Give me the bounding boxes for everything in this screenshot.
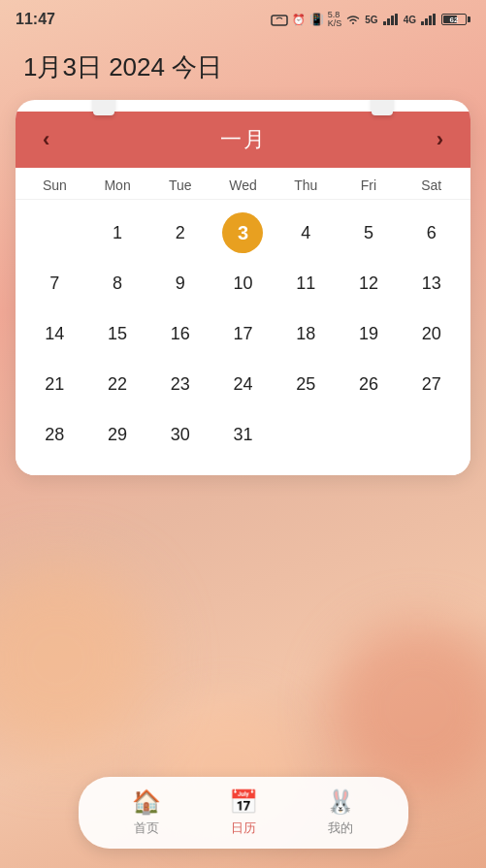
calendar-day-wrapper: 26 (338, 359, 401, 409)
svg-rect-4 (395, 14, 398, 25)
notebook-rings (16, 100, 470, 115)
nfc-icon (271, 13, 288, 26)
svg-rect-5 (421, 21, 424, 25)
month-title: 一月 (220, 125, 267, 154)
signal-4g2-icon (420, 14, 437, 25)
calendar-day[interactable]: 18 (296, 308, 315, 359)
calendar-day[interactable]: 8 (113, 258, 122, 308)
calendar-day[interactable]: 24 (233, 359, 252, 409)
nav-profile[interactable]: 🐰 我的 (307, 788, 374, 837)
signal-4g-icon (382, 14, 400, 25)
calendar-day-wrapper: 20 (400, 308, 463, 359)
calendar-day[interactable]: 11 (296, 258, 315, 308)
calendar-day[interactable]: 26 (359, 359, 378, 409)
calendar-day[interactable]: 9 (176, 258, 185, 308)
alarm-icon: ⏰ (292, 14, 306, 26)
svg-rect-2 (387, 18, 390, 25)
weekday-sat: Sat (400, 177, 463, 193)
ring-right (372, 100, 393, 115)
calendar-day[interactable]: 13 (422, 258, 441, 308)
calendar-day-wrapper: 10 (211, 258, 275, 308)
weekday-thu: Thu (275, 177, 338, 193)
calendar-day-wrapper: 16 (148, 308, 211, 359)
data-speed: 5.8K/S (328, 11, 342, 28)
nav-home[interactable]: 🏠 首页 (113, 788, 180, 837)
calendar-day[interactable]: 2 (176, 208, 185, 258)
calendar-day-wrapper: 21 (23, 359, 86, 409)
date-header: 1月3日 2024 今日 (0, 35, 486, 92)
calendar-day-wrapper: 18 (275, 308, 338, 359)
calendar-day-wrapper: 25 (275, 359, 338, 409)
calendar-day-wrapper: 13 (400, 258, 463, 308)
calendar-day[interactable]: 30 (171, 409, 190, 460)
calendar-day[interactable]: 19 (359, 308, 378, 359)
calendar-day-wrapper (275, 409, 338, 460)
next-month-button[interactable]: › (429, 127, 451, 152)
calendar-day-wrapper: 1 (86, 208, 149, 258)
calendar-day[interactable]: 14 (45, 308, 64, 359)
weekday-tue: Tue (148, 177, 211, 193)
nav-calendar[interactable]: 📅 日历 (210, 788, 277, 837)
weekday-wed: Wed (211, 177, 275, 193)
calendar-icon: 📅 (229, 788, 258, 816)
weekday-mon: Mon (86, 177, 149, 193)
status-icons: ⏰ 📳 5.8K/S 5G 4G 62 (271, 11, 470, 28)
calendar-day[interactable]: 17 (233, 308, 252, 359)
calendar-day[interactable]: 6 (427, 208, 437, 258)
svg-rect-0 (272, 16, 287, 25)
calendar-day[interactable]: 4 (301, 208, 310, 258)
weekday-sun: Sun (23, 177, 86, 193)
prev-month-button[interactable]: ‹ (35, 127, 57, 152)
vibrate-icon: 📳 (309, 13, 324, 26)
status-bar: 11:47 ⏰ 📳 5.8K/S 5G 4G (0, 0, 486, 35)
svg-rect-1 (383, 21, 386, 25)
calendar-day-wrapper: 17 (211, 308, 275, 359)
calendar-day-wrapper: 4 (275, 208, 338, 258)
calendar-day-wrapper: 27 (400, 359, 463, 409)
calendar-day-wrapper: 6 (400, 208, 463, 258)
calendar-day[interactable]: 23 (171, 359, 190, 409)
calendar-day-wrapper: 19 (338, 308, 401, 359)
weekday-fri: Fri (338, 177, 401, 193)
battery-icon: 62 (441, 14, 470, 25)
calendar-day[interactable]: 20 (422, 308, 441, 359)
calendar-day-wrapper: 9 (148, 258, 211, 308)
calendar-day[interactable]: 25 (296, 359, 315, 409)
calendar-grid: 1234567891011121314151617181920212223242… (16, 200, 470, 475)
bottom-nav: 🏠 首页 📅 日历 🐰 我的 (79, 777, 408, 849)
calendar-day[interactable]: 7 (49, 258, 59, 308)
calendar-day[interactable]: 31 (233, 409, 252, 460)
calendar-day[interactable]: 15 (108, 308, 127, 359)
calendar-day-wrapper (23, 208, 86, 258)
calendar-day-wrapper: 15 (86, 308, 149, 359)
nav-home-label: 首页 (134, 820, 159, 837)
calendar-day[interactable]: 12 (359, 258, 378, 308)
calendar-day-wrapper (400, 409, 463, 460)
weekday-headers: Sun Mon Tue Wed Thu Fri Sat (16, 168, 470, 200)
status-time: 11:47 (16, 11, 55, 28)
calendar-day-wrapper: 31 (211, 409, 275, 460)
calendar-header: ‹ 一月 › (16, 112, 470, 168)
5g-icon: 5G (365, 15, 377, 25)
calendar-day[interactable]: 22 (108, 359, 127, 409)
calendar-day[interactable]: 28 (45, 409, 64, 460)
calendar-day-today[interactable]: 3 (222, 212, 263, 253)
svg-rect-8 (433, 14, 436, 25)
svg-rect-6 (425, 18, 428, 25)
calendar-day-wrapper: 5 (338, 208, 401, 258)
calendar-day[interactable]: 21 (45, 359, 64, 409)
calendar-day-wrapper: 28 (23, 409, 86, 460)
calendar-day-wrapper: 14 (23, 308, 86, 359)
calendar-day[interactable]: 16 (171, 308, 190, 359)
calendar-day-wrapper: 24 (211, 359, 275, 409)
wifi-icon (345, 14, 361, 25)
calendar-day[interactable]: 5 (364, 208, 373, 258)
calendar-day[interactable]: 10 (233, 258, 252, 308)
calendar-day-wrapper: 12 (338, 258, 401, 308)
rabbit-icon: 🐰 (326, 788, 355, 816)
calendar-day[interactable]: 1 (113, 208, 122, 258)
calendar-day[interactable]: 29 (108, 409, 127, 460)
calendar-day-wrapper: 22 (86, 359, 149, 409)
calendar-card: ‹ 一月 › Sun Mon Tue Wed Thu Fri Sat 12345… (16, 100, 470, 475)
calendar-day[interactable]: 27 (422, 359, 441, 409)
